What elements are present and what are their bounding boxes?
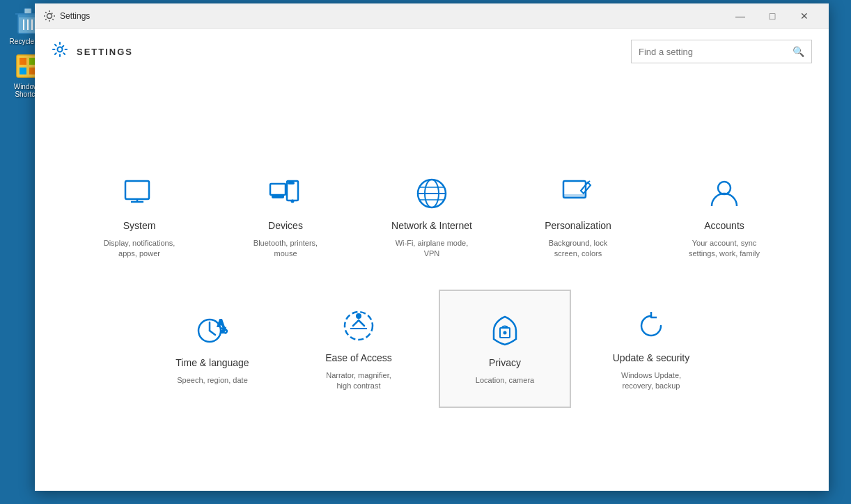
- accounts-subtitle: Your account, syncsettings, work, family: [689, 238, 760, 260]
- system-subtitle: Display, notifications,apps, power: [104, 238, 175, 260]
- settings-window: Settings — □ ✕ SETTINGS 🔍: [35, 3, 829, 491]
- personalization-icon: [560, 174, 596, 213]
- tiles-row-1: System Display, notifications,apps, powe…: [73, 157, 790, 276]
- privacy-subtitle: Location, camera: [476, 375, 534, 386]
- search-icon: 🔍: [793, 46, 804, 57]
- ease-icon: [341, 306, 377, 345]
- tile-privacy[interactable]: Privacy Location, camera: [439, 290, 571, 408]
- svg-point-30: [718, 182, 731, 194]
- time-subtitle: Speech, region, date: [177, 375, 248, 386]
- settings-gear-icon: [52, 41, 68, 62]
- ease-title: Ease of Access: [325, 352, 392, 363]
- svg-rect-17: [270, 184, 286, 195]
- tile-time[interactable]: A あ Time & language Speech, region, date: [146, 290, 279, 408]
- update-icon: [633, 306, 669, 345]
- svg-rect-2: [24, 8, 31, 14]
- svg-rect-18: [272, 195, 283, 198]
- personalization-subtitle: Background, lockscreen, colors: [549, 238, 607, 260]
- window-controls: — □ ✕: [724, 3, 820, 29]
- tile-personalization[interactable]: Personalization Background, lockscreen, …: [512, 157, 644, 276]
- tile-ease[interactable]: Ease of Access Narrator, magnifier,high …: [292, 290, 425, 408]
- devices-title: Devices: [268, 220, 303, 231]
- ease-subtitle: Narrator, magnifier,high contrast: [326, 370, 391, 392]
- time-title: Time & language: [175, 357, 249, 368]
- title-bar-title: Settings: [60, 11, 724, 21]
- tile-accounts[interactable]: Accounts Your account, syncsettings, wor…: [658, 157, 790, 276]
- close-button[interactable]: ✕: [788, 3, 820, 29]
- svg-point-20: [292, 200, 294, 202]
- system-icon: [121, 174, 157, 213]
- system-title: System: [123, 220, 156, 231]
- svg-rect-8: [19, 58, 26, 65]
- tile-network[interactable]: Network & Internet Wi-Fi, airplane mode,…: [366, 157, 498, 276]
- time-icon: A あ: [194, 311, 231, 350]
- accounts-title: Accounts: [704, 220, 744, 231]
- settings-header: SETTINGS 🔍: [35, 29, 829, 74]
- svg-rect-21: [288, 182, 294, 184]
- svg-line-33: [210, 331, 215, 335]
- settings-content: SETTINGS 🔍: [35, 29, 829, 491]
- svg-point-13: [58, 47, 63, 52]
- search-input[interactable]: [639, 47, 787, 57]
- update-subtitle: Windows Update,recovery, backup: [621, 370, 681, 392]
- minimize-button[interactable]: —: [724, 3, 756, 29]
- personalization-title: Personalization: [545, 220, 611, 231]
- network-subtitle: Wi-Fi, airplane mode,VPN: [396, 238, 469, 260]
- devices-icon: [267, 174, 304, 213]
- tile-system[interactable]: System Display, notifications,apps, powe…: [73, 157, 205, 276]
- svg-text:あ: あ: [221, 326, 228, 333]
- tile-devices[interactable]: Devices Bluetooth, printers,mouse: [219, 157, 352, 276]
- network-title: Network & Internet: [391, 220, 472, 231]
- svg-rect-28: [563, 195, 586, 198]
- settings-page-title: SETTINGS: [77, 47, 133, 57]
- network-icon: [414, 174, 450, 213]
- accounts-icon: [706, 174, 742, 213]
- svg-point-37: [357, 314, 361, 318]
- privacy-title: Privacy: [489, 357, 521, 368]
- tile-update[interactable]: Update & security Windows Update,recover…: [585, 290, 717, 408]
- settings-window-icon: [43, 10, 56, 22]
- maximize-button[interactable]: □: [756, 3, 788, 29]
- devices-subtitle: Bluetooth, printers,mouse: [253, 238, 318, 260]
- title-bar: Settings — □ ✕: [35, 3, 829, 29]
- svg-point-12: [47, 13, 52, 18]
- svg-rect-14: [125, 181, 149, 199]
- privacy-icon: [487, 311, 523, 350]
- settings-grid: System Display, notifications,apps, powe…: [35, 74, 829, 491]
- update-title: Update & security: [613, 352, 690, 363]
- svg-rect-10: [19, 68, 26, 74]
- tiles-row-2: A あ Time & language Speech, region, date: [146, 290, 717, 408]
- svg-point-40: [504, 332, 506, 334]
- search-box[interactable]: 🔍: [631, 40, 812, 63]
